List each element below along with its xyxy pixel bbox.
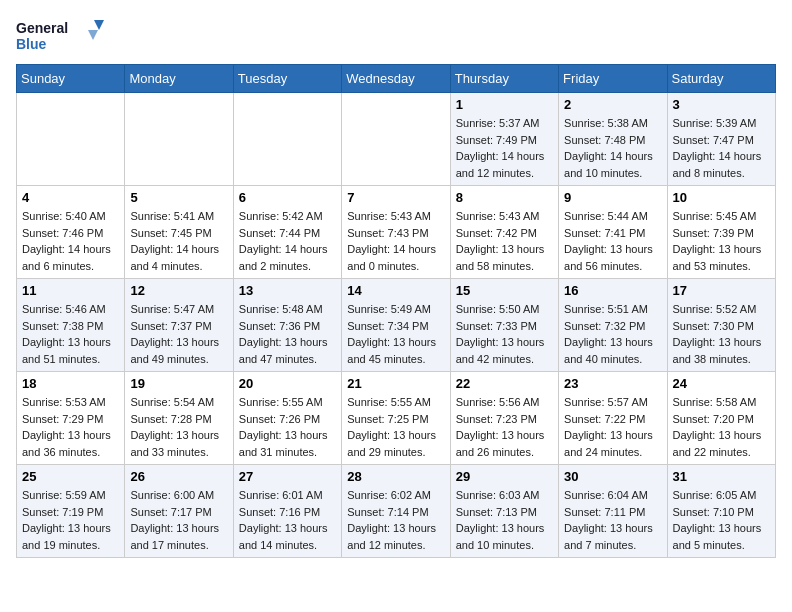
weekday-header-wednesday: Wednesday [342, 65, 450, 93]
day-number: 8 [456, 190, 553, 205]
day-number: 6 [239, 190, 336, 205]
day-number: 30 [564, 469, 661, 484]
day-info: Sunrise: 5:44 AM Sunset: 7:41 PM Dayligh… [564, 208, 661, 274]
calendar-cell: 15Sunrise: 5:50 AM Sunset: 7:33 PM Dayli… [450, 279, 558, 372]
day-info: Sunrise: 5:48 AM Sunset: 7:36 PM Dayligh… [239, 301, 336, 367]
day-number: 31 [673, 469, 770, 484]
day-info: Sunrise: 5:49 AM Sunset: 7:34 PM Dayligh… [347, 301, 444, 367]
calendar-cell [342, 93, 450, 186]
day-number: 22 [456, 376, 553, 391]
day-number: 4 [22, 190, 119, 205]
calendar-cell: 20Sunrise: 5:55 AM Sunset: 7:26 PM Dayli… [233, 372, 341, 465]
calendar-week-2: 4Sunrise: 5:40 AM Sunset: 7:46 PM Daylig… [17, 186, 776, 279]
day-number: 26 [130, 469, 227, 484]
calendar-cell: 28Sunrise: 6:02 AM Sunset: 7:14 PM Dayli… [342, 465, 450, 558]
calendar-cell: 2Sunrise: 5:38 AM Sunset: 7:48 PM Daylig… [559, 93, 667, 186]
calendar-cell: 13Sunrise: 5:48 AM Sunset: 7:36 PM Dayli… [233, 279, 341, 372]
day-number: 3 [673, 97, 770, 112]
calendar-cell: 25Sunrise: 5:59 AM Sunset: 7:19 PM Dayli… [17, 465, 125, 558]
calendar-week-3: 11Sunrise: 5:46 AM Sunset: 7:38 PM Dayli… [17, 279, 776, 372]
day-number: 5 [130, 190, 227, 205]
calendar-cell: 29Sunrise: 6:03 AM Sunset: 7:13 PM Dayli… [450, 465, 558, 558]
day-number: 29 [456, 469, 553, 484]
day-info: Sunrise: 5:55 AM Sunset: 7:25 PM Dayligh… [347, 394, 444, 460]
day-number: 2 [564, 97, 661, 112]
day-info: Sunrise: 5:54 AM Sunset: 7:28 PM Dayligh… [130, 394, 227, 460]
calendar-cell: 16Sunrise: 5:51 AM Sunset: 7:32 PM Dayli… [559, 279, 667, 372]
calendar-cell: 5Sunrise: 5:41 AM Sunset: 7:45 PM Daylig… [125, 186, 233, 279]
day-number: 15 [456, 283, 553, 298]
day-info: Sunrise: 6:02 AM Sunset: 7:14 PM Dayligh… [347, 487, 444, 553]
day-info: Sunrise: 6:03 AM Sunset: 7:13 PM Dayligh… [456, 487, 553, 553]
calendar-cell: 22Sunrise: 5:56 AM Sunset: 7:23 PM Dayli… [450, 372, 558, 465]
day-number: 1 [456, 97, 553, 112]
day-number: 9 [564, 190, 661, 205]
day-info: Sunrise: 6:05 AM Sunset: 7:10 PM Dayligh… [673, 487, 770, 553]
calendar-cell: 12Sunrise: 5:47 AM Sunset: 7:37 PM Dayli… [125, 279, 233, 372]
day-number: 24 [673, 376, 770, 391]
day-number: 7 [347, 190, 444, 205]
day-number: 11 [22, 283, 119, 298]
calendar-cell: 26Sunrise: 6:00 AM Sunset: 7:17 PM Dayli… [125, 465, 233, 558]
calendar-cell: 31Sunrise: 6:05 AM Sunset: 7:10 PM Dayli… [667, 465, 775, 558]
calendar-week-1: 1Sunrise: 5:37 AM Sunset: 7:49 PM Daylig… [17, 93, 776, 186]
day-number: 23 [564, 376, 661, 391]
day-info: Sunrise: 5:55 AM Sunset: 7:26 PM Dayligh… [239, 394, 336, 460]
calendar-cell: 30Sunrise: 6:04 AM Sunset: 7:11 PM Dayli… [559, 465, 667, 558]
logo: General Blue [16, 16, 106, 56]
day-number: 27 [239, 469, 336, 484]
day-info: Sunrise: 5:50 AM Sunset: 7:33 PM Dayligh… [456, 301, 553, 367]
day-number: 25 [22, 469, 119, 484]
calendar-cell: 10Sunrise: 5:45 AM Sunset: 7:39 PM Dayli… [667, 186, 775, 279]
day-info: Sunrise: 5:45 AM Sunset: 7:39 PM Dayligh… [673, 208, 770, 274]
day-number: 18 [22, 376, 119, 391]
weekday-header-thursday: Thursday [450, 65, 558, 93]
day-number: 14 [347, 283, 444, 298]
day-info: Sunrise: 5:56 AM Sunset: 7:23 PM Dayligh… [456, 394, 553, 460]
weekday-header-saturday: Saturday [667, 65, 775, 93]
weekday-header-monday: Monday [125, 65, 233, 93]
day-info: Sunrise: 5:41 AM Sunset: 7:45 PM Dayligh… [130, 208, 227, 274]
calendar-cell: 11Sunrise: 5:46 AM Sunset: 7:38 PM Dayli… [17, 279, 125, 372]
day-info: Sunrise: 5:43 AM Sunset: 7:43 PM Dayligh… [347, 208, 444, 274]
calendar-week-4: 18Sunrise: 5:53 AM Sunset: 7:29 PM Dayli… [17, 372, 776, 465]
day-info: Sunrise: 5:43 AM Sunset: 7:42 PM Dayligh… [456, 208, 553, 274]
svg-marker-2 [94, 20, 104, 30]
day-info: Sunrise: 5:52 AM Sunset: 7:30 PM Dayligh… [673, 301, 770, 367]
calendar-cell: 27Sunrise: 6:01 AM Sunset: 7:16 PM Dayli… [233, 465, 341, 558]
calendar-cell: 14Sunrise: 5:49 AM Sunset: 7:34 PM Dayli… [342, 279, 450, 372]
calendar-cell: 18Sunrise: 5:53 AM Sunset: 7:29 PM Dayli… [17, 372, 125, 465]
calendar-cell: 3Sunrise: 5:39 AM Sunset: 7:47 PM Daylig… [667, 93, 775, 186]
day-info: Sunrise: 6:04 AM Sunset: 7:11 PM Dayligh… [564, 487, 661, 553]
day-info: Sunrise: 5:47 AM Sunset: 7:37 PM Dayligh… [130, 301, 227, 367]
weekday-header-sunday: Sunday [17, 65, 125, 93]
day-number: 16 [564, 283, 661, 298]
calendar-cell: 24Sunrise: 5:58 AM Sunset: 7:20 PM Dayli… [667, 372, 775, 465]
calendar-cell: 9Sunrise: 5:44 AM Sunset: 7:41 PM Daylig… [559, 186, 667, 279]
day-info: Sunrise: 5:59 AM Sunset: 7:19 PM Dayligh… [22, 487, 119, 553]
day-info: Sunrise: 5:51 AM Sunset: 7:32 PM Dayligh… [564, 301, 661, 367]
day-info: Sunrise: 5:53 AM Sunset: 7:29 PM Dayligh… [22, 394, 119, 460]
calendar-cell: 8Sunrise: 5:43 AM Sunset: 7:42 PM Daylig… [450, 186, 558, 279]
day-info: Sunrise: 5:58 AM Sunset: 7:20 PM Dayligh… [673, 394, 770, 460]
day-info: Sunrise: 5:37 AM Sunset: 7:49 PM Dayligh… [456, 115, 553, 181]
day-number: 10 [673, 190, 770, 205]
calendar-table: SundayMondayTuesdayWednesdayThursdayFrid… [16, 64, 776, 558]
calendar-cell: 1Sunrise: 5:37 AM Sunset: 7:49 PM Daylig… [450, 93, 558, 186]
logo-svg: General Blue [16, 16, 106, 56]
weekday-header-row: SundayMondayTuesdayWednesdayThursdayFrid… [17, 65, 776, 93]
day-info: Sunrise: 5:38 AM Sunset: 7:48 PM Dayligh… [564, 115, 661, 181]
day-info: Sunrise: 6:00 AM Sunset: 7:17 PM Dayligh… [130, 487, 227, 553]
calendar-cell: 21Sunrise: 5:55 AM Sunset: 7:25 PM Dayli… [342, 372, 450, 465]
day-info: Sunrise: 6:01 AM Sunset: 7:16 PM Dayligh… [239, 487, 336, 553]
day-info: Sunrise: 5:42 AM Sunset: 7:44 PM Dayligh… [239, 208, 336, 274]
calendar-week-5: 25Sunrise: 5:59 AM Sunset: 7:19 PM Dayli… [17, 465, 776, 558]
calendar-cell: 7Sunrise: 5:43 AM Sunset: 7:43 PM Daylig… [342, 186, 450, 279]
calendar-cell: 19Sunrise: 5:54 AM Sunset: 7:28 PM Dayli… [125, 372, 233, 465]
calendar-cell: 17Sunrise: 5:52 AM Sunset: 7:30 PM Dayli… [667, 279, 775, 372]
day-number: 21 [347, 376, 444, 391]
svg-text:Blue: Blue [16, 36, 47, 52]
svg-marker-3 [88, 30, 98, 40]
weekday-header-friday: Friday [559, 65, 667, 93]
calendar-cell [233, 93, 341, 186]
